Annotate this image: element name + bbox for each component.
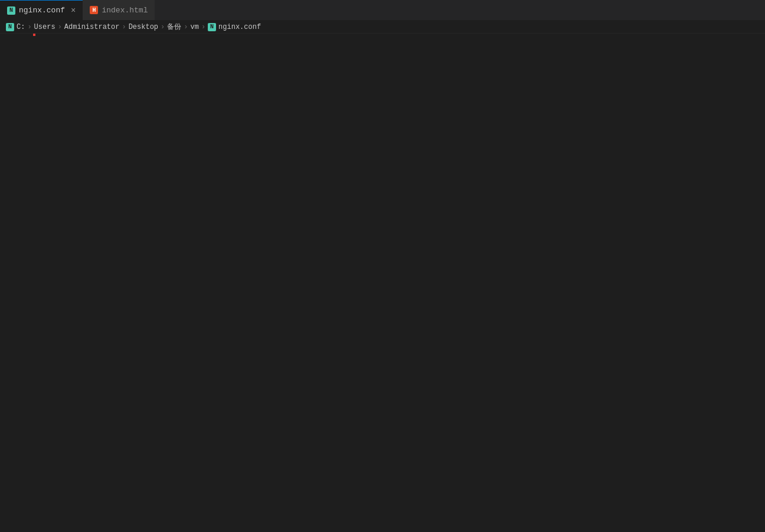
- breadcrumb-sep-5: ›: [184, 23, 188, 31]
- title-bar: N nginx.conf × H index.html: [0, 0, 765, 21]
- breadcrumb: N C: › Users › Administrator › Desktop ›…: [0, 21, 765, 34]
- tab-nginx-conf-label: nginx.conf: [19, 6, 65, 15]
- breadcrumb-part-desktop: Desktop: [129, 23, 158, 31]
- breadcrumb-part-users: Users: [34, 23, 55, 31]
- nginx-conf-icon: N: [7, 6, 15, 15]
- breadcrumb-sep-1: ›: [27, 23, 31, 31]
- breadcrumb-icon-n2: N: [208, 23, 216, 31]
- breadcrumb-part-backup: 备份: [167, 22, 181, 32]
- code-content[interactable]: [28, 34, 765, 532]
- selection-box: [33, 34, 35, 36]
- breadcrumb-icon-n: N: [6, 23, 14, 31]
- breadcrumb-part-vm: vm: [190, 23, 198, 31]
- breadcrumb-sep-6: ›: [201, 23, 205, 31]
- index-html-icon: H: [90, 6, 98, 14]
- breadcrumb-part-nginx: nginx.conf: [218, 23, 261, 31]
- editor-area: [0, 34, 765, 532]
- tab-index-html[interactable]: H index.html: [83, 0, 155, 20]
- line-numbers: [0, 34, 28, 532]
- breadcrumb-part-c: C:: [17, 23, 25, 31]
- breadcrumb-sep-4: ›: [161, 23, 165, 31]
- breadcrumb-part-admin: Administrator: [64, 23, 120, 31]
- breadcrumb-sep-3: ›: [122, 23, 126, 31]
- tab-nginx-conf[interactable]: N nginx.conf ×: [0, 0, 83, 20]
- tab-index-html-label: index.html: [102, 6, 148, 15]
- breadcrumb-sep-2: ›: [58, 23, 62, 31]
- tab-nginx-conf-close[interactable]: ×: [71, 6, 76, 15]
